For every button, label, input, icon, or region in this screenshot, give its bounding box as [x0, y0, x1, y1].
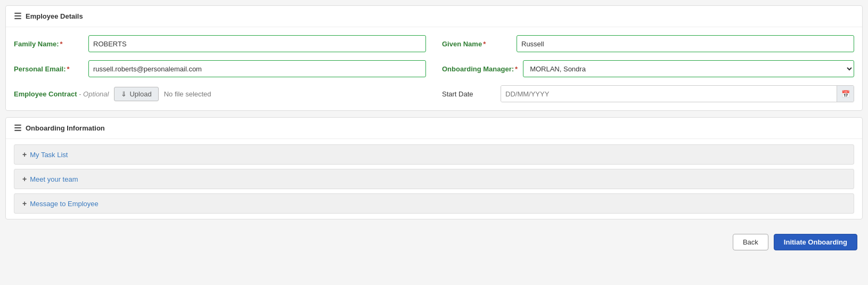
- employee-details-header: ☰ Employee Details: [6, 6, 862, 27]
- employee-contract-optional: - Optional: [79, 90, 109, 98]
- meet-team-label: Meet your team: [30, 175, 78, 183]
- given-name-input[interactable]: [517, 35, 854, 52]
- no-file-text: No file selected: [164, 90, 211, 98]
- family-name-required: *: [60, 40, 63, 48]
- personal-email-label: Personal Email:*: [14, 65, 83, 73]
- onboarding-info-title: Onboarding Information: [26, 124, 105, 132]
- message-employee-plus-icon: +: [22, 199, 27, 208]
- employee-contract-row: Employee Contract - Optional ⇓ Upload No…: [14, 85, 426, 102]
- employee-details-title: Employee Details: [26, 12, 83, 20]
- menu-icon: ☰: [14, 11, 21, 21]
- footer-bar: Back Initiate Onboarding: [5, 226, 863, 258]
- personal-email-required: *: [67, 65, 70, 73]
- employee-details-card: ☰ Employee Details Family Name:* Given N…: [5, 5, 863, 111]
- given-name-row: Given Name*: [442, 35, 854, 52]
- back-button[interactable]: Back: [733, 234, 768, 250]
- onboarding-menu-icon: ☰: [14, 123, 21, 133]
- employee-details-form: Family Name:* Given Name* Personal Email…: [6, 27, 862, 110]
- onboarding-manager-select[interactable]: MORLAN, Sondra SMITH, John DOE, Jane: [523, 60, 854, 77]
- family-name-label: Family Name:*: [14, 40, 83, 48]
- onboarding-manager-row: Onboarding Manager:* MORLAN, Sondra SMIT…: [442, 60, 854, 77]
- upload-row: ⇓ Upload No file selected: [114, 87, 211, 101]
- upload-button[interactable]: ⇓ Upload: [114, 87, 158, 101]
- initiate-onboarding-button[interactable]: Initiate Onboarding: [774, 234, 857, 250]
- start-date-input[interactable]: [501, 86, 837, 102]
- upload-button-label: Upload: [129, 90, 151, 98]
- family-name-row: Family Name:*: [14, 35, 426, 52]
- upload-icon: ⇓: [121, 90, 127, 98]
- meet-team-item[interactable]: + Meet your team: [14, 169, 854, 189]
- start-date-label: Start Date: [442, 90, 495, 98]
- message-employee-label: Message to Employee: [30, 200, 99, 208]
- given-name-label: Given Name*: [442, 40, 511, 48]
- date-input-wrapper: 📅: [501, 85, 854, 102]
- personal-email-input[interactable]: [88, 60, 426, 77]
- onboarding-manager-label: Onboarding Manager:*: [442, 65, 518, 73]
- onboarding-manager-required: *: [515, 65, 518, 73]
- personal-email-row: Personal Email:*: [14, 60, 426, 77]
- message-employee-item[interactable]: + Message to Employee: [14, 193, 854, 214]
- task-list-item[interactable]: + My Task List: [14, 144, 854, 165]
- family-name-input[interactable]: [88, 35, 426, 52]
- employee-contract-label: Employee Contract - Optional: [14, 90, 109, 98]
- onboarding-items-list: + My Task List + Meet your team + Messag…: [6, 139, 862, 219]
- onboarding-info-header: ☰ Onboarding Information: [6, 118, 862, 139]
- given-name-required: *: [483, 40, 486, 48]
- meet-team-plus-icon: +: [22, 175, 27, 183]
- task-list-plus-icon: +: [22, 150, 27, 159]
- calendar-icon: 📅: [841, 90, 850, 98]
- task-list-label: My Task List: [30, 151, 68, 159]
- onboarding-info-card: ☰ Onboarding Information + My Task List …: [5, 117, 863, 219]
- calendar-button[interactable]: 📅: [837, 86, 854, 102]
- start-date-row: Start Date 📅: [442, 85, 854, 102]
